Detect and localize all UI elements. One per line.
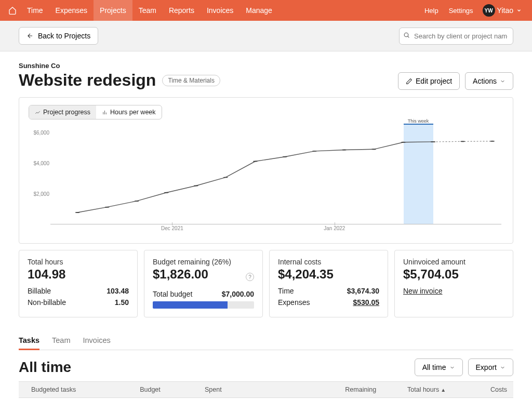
nav-links: TimeExpensesProjectsTeamReportsInvoicesM…	[21, 0, 278, 21]
summary-cards: Total hours 104.98 Billable103.48Non-bil…	[19, 250, 513, 317]
row-value: $3,674.30	[347, 287, 379, 295]
user-menu[interactable]: YW Yitao	[478, 4, 528, 17]
chart-tabs: Project progress Hours per week	[29, 105, 162, 119]
tab-team[interactable]: Team	[52, 332, 70, 350]
card-uninvoiced: Uninvoiced amount $5,704.05 New invoice	[394, 250, 513, 317]
svg-point-3	[135, 201, 139, 202]
pencil-icon	[406, 78, 413, 85]
new-invoice-link[interactable]: New invoice	[403, 287, 504, 295]
svg-point-10	[342, 150, 347, 151]
card-row: Billable103.48	[28, 287, 129, 295]
col-header[interactable]: Spent	[167, 382, 228, 398]
card-label: Total hours	[28, 258, 129, 266]
row-value: 1.50	[115, 298, 129, 307]
nav-reports[interactable]: Reports	[163, 0, 201, 21]
card-label: Internal costs	[278, 258, 379, 266]
export-button[interactable]: Export	[468, 358, 513, 376]
tab-label: Project progress	[43, 109, 90, 116]
card-budget-remaining: Budget remaining (26%) $1,826.00 ? Total…	[144, 250, 263, 317]
line-chart-icon	[35, 110, 41, 115]
export-label: Export	[476, 363, 497, 371]
chevron-down-icon	[516, 6, 522, 15]
budget-progress-bar	[153, 301, 254, 309]
time-filter-button[interactable]: All time	[415, 358, 463, 376]
chevron-down-icon	[500, 365, 506, 370]
chevron-down-icon	[500, 78, 506, 84]
info-icon[interactable]: ?	[246, 273, 254, 281]
avatar: YW	[483, 4, 495, 17]
y-axis: $2,000$4,000$6,000	[29, 125, 49, 224]
tab-invoices[interactable]: Invoices	[83, 332, 111, 350]
svg-point-8	[283, 156, 287, 157]
user-name: Yitao	[497, 6, 513, 15]
this-week-label: This week	[408, 118, 429, 124]
row-value: 103.48	[107, 287, 129, 295]
card-label: Uninvoiced amount	[403, 258, 504, 266]
col-header[interactable]: Budgeted tasks	[19, 382, 105, 398]
plot-area: This week	[50, 125, 501, 224]
row-label: Non-billable	[28, 298, 66, 307]
table-header-row: Budgeted tasksBudgetSpentRemainingTotal …	[19, 382, 513, 398]
card-value: 104.98	[28, 267, 129, 282]
y-tick-label: $4,000	[33, 160, 49, 166]
nav-expenses[interactable]: Expenses	[49, 0, 94, 21]
actions-button[interactable]: Actions	[465, 72, 513, 90]
nav-projects[interactable]: Projects	[94, 0, 132, 21]
chart-area: $2,000$4,000$6,000 This week Dec 2021Jan…	[25, 125, 507, 234]
tab-project-progress[interactable]: Project progress	[29, 105, 96, 119]
nav-time[interactable]: Time	[21, 0, 49, 21]
sub-bar: Back to Projects	[0, 21, 532, 51]
row-label: Expenses	[278, 298, 310, 307]
nav-team[interactable]: Team	[132, 0, 163, 21]
nav-manage[interactable]: Manage	[240, 0, 278, 21]
card-value: $1,826.00	[153, 267, 208, 282]
back-button[interactable]: Back to Projects	[19, 27, 98, 45]
col-header[interactable]: Budget	[105, 382, 167, 398]
col-header[interactable]: Total hours▲	[382, 382, 452, 398]
x-tick-label: Dec 2021	[161, 225, 183, 231]
section-tabs: TasksTeamInvoices	[19, 332, 513, 350]
row-value[interactable]: $530.05	[353, 298, 379, 307]
search-input[interactable]	[399, 28, 513, 45]
sort-ascending-icon: ▲	[441, 387, 446, 393]
y-tick-label: $2,000	[33, 191, 49, 196]
search-wrap	[399, 28, 513, 45]
nav-settings[interactable]: Settings	[444, 7, 478, 15]
tasks-table: Budgeted tasksBudgetSpentRemainingTotal …	[19, 381, 513, 399]
client-name: Sunshine Co	[19, 62, 220, 70]
edit-project-button[interactable]: Edit project	[398, 72, 460, 90]
svg-point-15	[460, 141, 465, 142]
header-actions: Edit project Actions	[398, 72, 513, 90]
back-label: Back to Projects	[38, 32, 90, 40]
svg-point-12	[401, 142, 406, 143]
x-tick-label: Jan 2022	[324, 225, 345, 231]
row-label: Billable	[28, 287, 51, 295]
filter-label: All time	[422, 363, 446, 371]
edit-label: Edit project	[416, 77, 452, 85]
nav-help[interactable]: Help	[419, 7, 444, 15]
progress-fill	[153, 301, 228, 309]
home-icon[interactable]	[4, 6, 21, 15]
project-title: Website redesign Time & Materials	[19, 71, 220, 90]
label-text: Budget remaining (26%)	[153, 258, 231, 266]
total-budget-label: Total budget	[153, 290, 192, 298]
col-header[interactable]: Costs	[452, 382, 513, 398]
card-row: Time$3,674.30	[278, 287, 379, 295]
section-header: All time All time Export	[19, 358, 513, 376]
svg-point-6	[223, 177, 228, 178]
actions-label: Actions	[473, 77, 497, 85]
chevron-down-icon	[449, 365, 455, 370]
search-icon	[403, 32, 410, 40]
svg-point-0	[404, 33, 408, 37]
svg-point-4	[164, 192, 169, 193]
svg-point-5	[194, 185, 198, 187]
nav-invoices[interactable]: Invoices	[201, 0, 240, 21]
tab-hours-per-week[interactable]: Hours per week	[96, 105, 162, 119]
x-axis: Dec 2021Jan 2022	[50, 225, 501, 234]
svg-point-14	[431, 141, 435, 142]
col-header[interactable]: Remaining	[323, 382, 382, 398]
svg-point-9	[312, 151, 317, 152]
y-tick-label: $6,000	[33, 129, 49, 135]
tab-tasks[interactable]: Tasks	[19, 332, 39, 350]
col-header[interactable]	[228, 382, 323, 398]
